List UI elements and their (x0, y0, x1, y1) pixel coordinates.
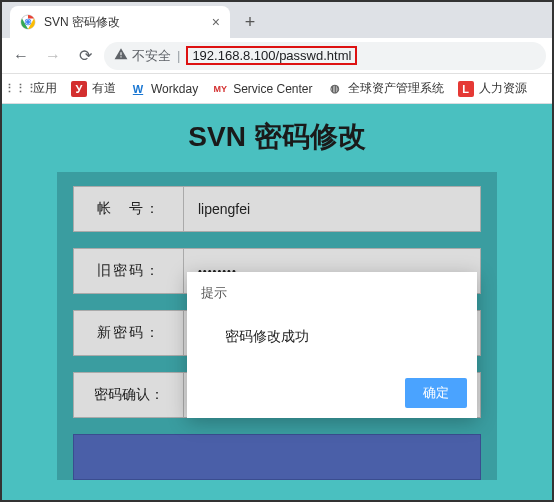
arrow-right-icon: → (45, 47, 61, 65)
workday-icon: W (130, 81, 146, 97)
username-row: 帐 号： lipengfei (73, 186, 481, 232)
bookmark-label: Workday (151, 82, 198, 96)
arrow-left-icon: ← (13, 47, 29, 65)
alert-dialog: 提示 密码修改成功 确定 (187, 272, 477, 418)
username-input[interactable]: lipengfei (184, 201, 480, 217)
youdao-icon: У (71, 81, 87, 97)
bookmark-service-center[interactable]: MY Service Center (208, 79, 316, 99)
url-text: 192.168.8.100/passwd.html (186, 46, 357, 65)
submit-row[interactable] (73, 434, 481, 480)
dialog-ok-button[interactable]: 确定 (405, 378, 467, 408)
new-password-label: 新密码： (74, 311, 184, 355)
bookmark-youdao[interactable]: У 有道 (67, 78, 120, 99)
browser-toolbar: ← → ⟳ 不安全 | 192.168.8.100/passwd.html (2, 38, 552, 74)
bookmark-label: 有道 (92, 80, 116, 97)
bookmark-label: 应用 (33, 80, 57, 97)
username-label: 帐 号： (74, 187, 184, 231)
apps-grid-icon: ⋮⋮⋮ (12, 81, 28, 97)
bookmark-label: 全球资产管理系统 (348, 80, 444, 97)
bookmark-label: Service Center (233, 82, 312, 96)
address-separator: | (177, 48, 180, 63)
dialog-actions: 确定 (187, 372, 477, 418)
globe-icon: ◍ (327, 81, 343, 97)
page-viewport: SVN 密码修改 帐 号： lipengfei 旧密码： •••••••• 新密… (2, 104, 552, 500)
svg-point-3 (26, 20, 30, 24)
warning-icon (114, 47, 128, 64)
address-bar[interactable]: 不安全 | 192.168.8.100/passwd.html (104, 42, 546, 70)
back-button[interactable]: ← (8, 43, 34, 69)
hr-icon: L (458, 81, 474, 97)
bookmark-hr[interactable]: L 人力资源 (454, 78, 531, 99)
tab-favicon-icon (20, 14, 36, 30)
confirm-password-label: 密码确认： (74, 373, 184, 417)
forward-button[interactable]: → (40, 43, 66, 69)
bookmark-label: 人力资源 (479, 80, 527, 97)
tab-title: SVN 密码修改 (44, 14, 204, 31)
bookmark-apps[interactable]: ⋮⋮⋮ 应用 (8, 78, 61, 99)
bookmark-workday[interactable]: W Workday (126, 79, 202, 99)
browser-tab-active[interactable]: SVN 密码修改 × (10, 6, 230, 38)
reload-icon: ⟳ (79, 46, 92, 65)
insecure-label: 不安全 (132, 47, 171, 65)
page-title: SVN 密码修改 (2, 104, 552, 172)
bookmark-asset-system[interactable]: ◍ 全球资产管理系统 (323, 78, 448, 99)
service-center-icon: MY (212, 81, 228, 97)
reload-button[interactable]: ⟳ (72, 43, 98, 69)
dialog-title: 提示 (187, 272, 477, 310)
insecure-indicator: 不安全 (114, 47, 171, 65)
browser-tab-strip: SVN 密码修改 × + (2, 2, 552, 38)
tab-close-icon[interactable]: × (212, 14, 220, 30)
bookmarks-bar: ⋮⋮⋮ 应用 У 有道 W Workday MY Service Center … (2, 74, 552, 104)
dialog-message: 密码修改成功 (187, 310, 477, 372)
new-tab-button[interactable]: + (236, 8, 264, 36)
old-password-label: 旧密码： (74, 249, 184, 293)
